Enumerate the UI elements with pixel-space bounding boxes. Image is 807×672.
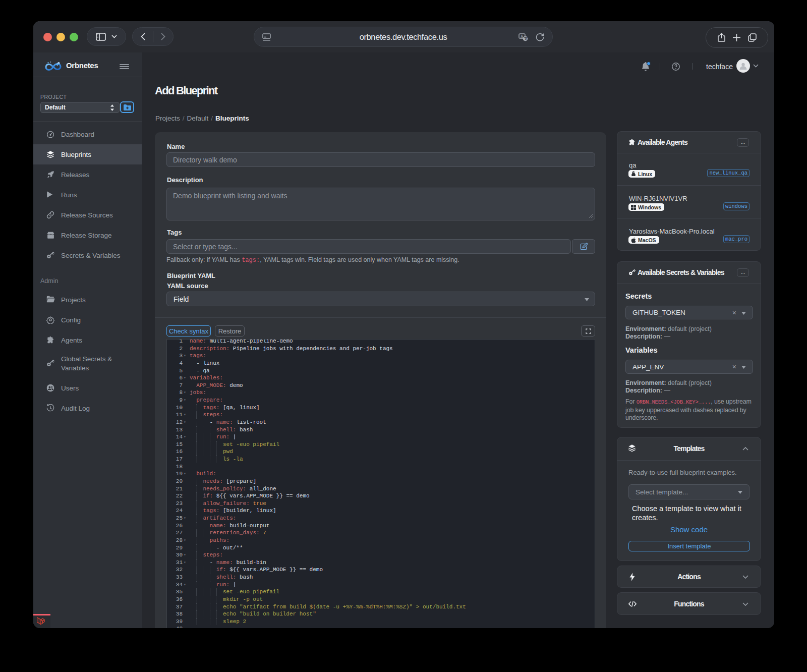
svg-text:文: 文: [524, 36, 528, 41]
